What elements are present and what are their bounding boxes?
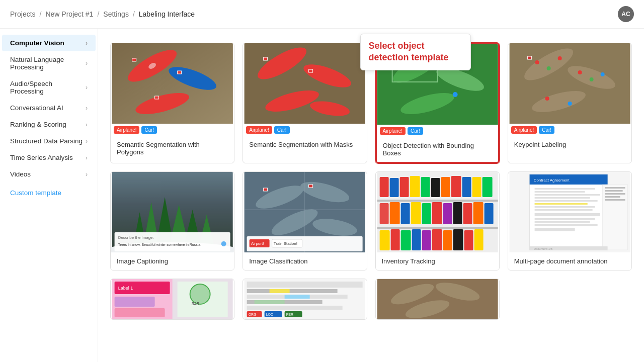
card-image: Contract Agreement (508, 172, 631, 252)
svg-point-34 (545, 97, 549, 101)
card-keypoint[interactable]: Airplane! Car! Keypoint Labeling (508, 43, 632, 163)
svg-rect-79 (389, 202, 399, 224)
svg-rect-88 (484, 203, 493, 224)
svg-rect-14 (264, 57, 268, 60)
svg-rect-73 (441, 177, 450, 197)
svg-rect-93 (422, 230, 431, 250)
sidebar-item-ranking[interactable]: Ranking & Scoring › (2, 116, 96, 133)
card-title: Semantic Segmentation with Polygons (111, 136, 234, 161)
card-title: Semantic Segmentation with Masks (243, 136, 366, 153)
svg-rect-90 (390, 229, 399, 250)
tag-car: Car! (274, 126, 290, 134)
svg-rect-107 (534, 200, 597, 202)
breadcrumb-sep-1: / (40, 10, 42, 18)
sidebar-item-label: Natural Language Processing (10, 56, 86, 71)
svg-rect-82 (422, 203, 431, 224)
sidebar-custom-template[interactable]: Custom template (2, 185, 96, 201)
sidebar-item-videos[interactable]: Videos › (2, 166, 96, 183)
bottom-card-1[interactable]: Label 1 345 (110, 279, 234, 320)
card-image (508, 43, 631, 124)
avatar: AC (618, 6, 634, 22)
svg-rect-81 (411, 202, 421, 224)
sidebar-item-computer-vision[interactable]: Computer Vision › (2, 35, 96, 51)
breadcrumb: Projects / New Project #1 / Settings / L… (0, 0, 644, 29)
svg-rect-121 (605, 196, 620, 198)
svg-rect-135 (247, 282, 363, 288)
card-classification[interactable]: Airport! Train Station! Image Classifica… (243, 171, 367, 270)
svg-rect-113 (534, 221, 590, 223)
svg-rect-76 (472, 177, 481, 197)
card-document[interactable]: Contract Agreement (508, 171, 632, 270)
svg-text:Trees in snow. Beautiful winte: Trees in snow. Beautiful winter somewher… (118, 243, 202, 246)
svg-rect-94 (432, 229, 442, 250)
svg-rect-103 (534, 188, 595, 190)
card-title: Image Captioning (111, 252, 234, 270)
card-seg-polygons[interactable]: Airplane! Car! Semantic Segmentation wit… (110, 43, 234, 163)
card-title: Object Detection with Bounding Boxes (377, 137, 498, 162)
tooltip-box: Select object detection template (360, 34, 471, 70)
svg-rect-83 (432, 202, 442, 224)
svg-point-32 (600, 72, 604, 76)
breadcrumb-sep-3: / (133, 10, 135, 18)
svg-rect-119 (605, 190, 622, 192)
svg-point-29 (557, 56, 561, 60)
sidebar-item-label: Videos (10, 170, 31, 178)
chevron-right-icon: › (86, 60, 88, 67)
svg-rect-85 (453, 202, 462, 224)
svg-rect-36 (527, 56, 531, 59)
svg-point-28 (535, 60, 539, 64)
card-title: Multi-page document annotation (508, 252, 631, 270)
svg-rect-68 (389, 178, 398, 197)
chevron-right-icon: › (86, 121, 88, 128)
card-image (111, 43, 234, 124)
svg-point-30 (546, 66, 550, 70)
svg-text:Document 1/5: Document 1/5 (533, 247, 552, 250)
svg-rect-95 (443, 230, 452, 250)
svg-rect-116 (534, 203, 587, 205)
svg-rect-70 (410, 176, 420, 197)
chevron-right-icon: › (86, 171, 88, 178)
sidebar-item-label: Conversational AI (10, 104, 63, 112)
bottom-card-empty (508, 279, 632, 320)
bottom-card-2[interactable]: ORG LOC PER (243, 279, 367, 320)
card-image (376, 172, 499, 252)
svg-point-22 (452, 92, 457, 97)
card-title: Keypoint Labeling (508, 136, 631, 153)
svg-rect-91 (400, 230, 411, 250)
breadcrumb-new-project[interactable]: New Project #1 (45, 10, 93, 18)
svg-text:LOC: LOC (266, 313, 273, 316)
card-inventory[interactable]: Inventory Tracking (375, 171, 500, 270)
svg-rect-89 (379, 230, 389, 250)
tag-airplane: Airplane! (511, 126, 537, 134)
cards-grid: Airplane! Car! Semantic Segmentation wit… (110, 43, 632, 270)
sidebar-item-nlp[interactable]: Natural Language Processing › (2, 51, 96, 75)
svg-rect-80 (400, 203, 410, 224)
sidebar-item-audio[interactable]: Audio/Speech Processing › (2, 75, 96, 100)
svg-text:PER: PER (286, 313, 293, 316)
chevron-right-icon: › (86, 105, 88, 112)
card-tags: Airplane! Car! (508, 124, 631, 136)
svg-rect-67 (379, 177, 388, 197)
svg-text:Label 1: Label 1 (118, 286, 133, 291)
svg-rect-104 (534, 191, 585, 193)
svg-rect-71 (421, 177, 430, 197)
card-tags: Airplane! Car! (377, 125, 498, 137)
svg-rect-105 (534, 194, 600, 196)
sidebar-item-timeseries[interactable]: Time Series Analysis › (2, 149, 96, 166)
card-captioning[interactable]: Describe the image: Trees in snow. Beaut… (110, 171, 234, 270)
svg-rect-15 (309, 69, 313, 72)
card-seg-masks[interactable]: Airplane! Car! Semantic Segmentation wit… (243, 43, 367, 163)
svg-rect-129 (115, 297, 155, 307)
svg-rect-141 (285, 295, 310, 299)
svg-rect-100 (529, 174, 607, 250)
svg-rect-8 (155, 96, 159, 99)
breadcrumb-projects[interactable]: Projects (10, 10, 36, 18)
breadcrumb-settings[interactable]: Settings (103, 10, 129, 18)
svg-text:Train Station!: Train Station! (274, 241, 297, 246)
sidebar-item-conversational[interactable]: Conversational AI › (2, 100, 96, 116)
svg-rect-74 (451, 176, 461, 197)
bottom-card-3[interactable] (375, 279, 500, 320)
svg-rect-106 (534, 197, 590, 199)
tag-airplane: Airplane! (380, 127, 406, 135)
sidebar-item-structured[interactable]: Structured Data Parsing › (2, 133, 96, 149)
